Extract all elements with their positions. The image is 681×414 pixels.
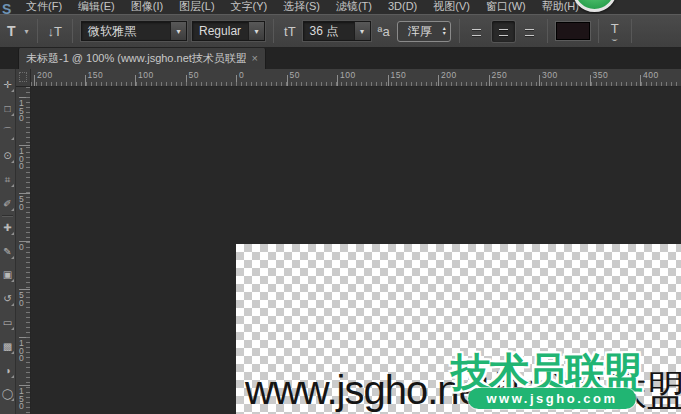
font-style-value: Regular xyxy=(193,24,248,38)
ruler-label: 50 xyxy=(290,70,300,80)
anti-alias-value: 浑厚 xyxy=(402,23,438,40)
ruler-tick xyxy=(186,75,187,86)
gradient-tool[interactable]: ▩ xyxy=(0,338,15,355)
font-size-select[interactable]: 36 点 ▾ xyxy=(303,21,371,41)
text-orientation-icon[interactable]: ↓T xyxy=(46,24,64,39)
align-center-button[interactable] xyxy=(492,21,515,42)
divider xyxy=(72,19,73,43)
close-icon[interactable]: × xyxy=(252,53,258,64)
ruler-label: 200 xyxy=(37,70,53,80)
menu-item[interactable]: 3D(D) xyxy=(380,0,425,14)
ruler-label: 100 xyxy=(138,70,154,80)
align-center-icon xyxy=(496,26,510,36)
vertical-ruler[interactable]: 1 5 01 0 05 005 01 0 01 5 0 xyxy=(16,87,31,414)
menu-item[interactable]: 视图(V) xyxy=(425,0,478,14)
history-brush-tool[interactable]: ↺ xyxy=(0,290,15,307)
canvas-workspace[interactable]: www.jsgho.net技术员联盟 技术员联盟 www.jsgho.com xyxy=(31,87,681,414)
menu-item[interactable]: 图像(I) xyxy=(123,0,171,14)
ruler-label: 250 xyxy=(492,70,508,80)
text-color-swatch[interactable] xyxy=(556,22,590,40)
align-left-icon xyxy=(472,26,486,36)
ruler-label: 0 xyxy=(239,70,244,80)
document-tab-title: 未标题-1 @ 100% (www.jsgho.net技术员联盟, RGB/8)… xyxy=(26,51,246,66)
menu-item[interactable]: 文件(F) xyxy=(18,0,70,14)
ruler-label: 150 xyxy=(391,70,407,80)
ruler-tick xyxy=(287,75,288,86)
anti-alias-select[interactable]: 浑厚 ▴▾ xyxy=(397,21,451,42)
dodge-tool[interactable]: ◯ xyxy=(0,385,15,402)
tools-panel: ✛□⌒⊙⌗✐✚✎▣↺▭▩◑◯ xyxy=(0,48,16,414)
ruler-label: 5 0 xyxy=(19,196,24,211)
document-tab[interactable]: 未标题-1 @ 100% (www.jsgho.net技术员联盟, RGB/8)… xyxy=(18,48,266,69)
chevron-down-icon[interactable]: ▾ xyxy=(248,22,264,40)
paragraph-align-group xyxy=(468,21,539,42)
eraser-tool[interactable]: ▭ xyxy=(0,314,15,331)
ruler-tick xyxy=(85,75,86,86)
font-style-select[interactable]: Regular ▾ xyxy=(192,21,265,41)
font-family-value: 微软雅黑 xyxy=(82,23,170,40)
move-tool[interactable]: ✛ xyxy=(0,76,15,93)
ruler-label: 1 0 0 xyxy=(19,148,24,171)
brush-tool[interactable]: ✎ xyxy=(0,243,15,260)
divider xyxy=(459,19,460,43)
divider xyxy=(598,19,599,43)
align-left-button[interactable] xyxy=(468,21,491,42)
clone-stamp-tool[interactable]: ▣ xyxy=(0,266,15,283)
ruler-tick xyxy=(640,75,641,86)
menu-item[interactable]: 编辑(E) xyxy=(70,0,123,14)
ruler-tick xyxy=(438,75,439,86)
menu-item[interactable]: 文字(Y) xyxy=(223,0,276,14)
watermark-url-pill: www.jsgho.com xyxy=(468,388,636,409)
menu-item[interactable]: 滤镜(T) xyxy=(328,0,380,14)
align-right-button[interactable] xyxy=(516,21,539,42)
ruler-label: 200 xyxy=(441,70,457,80)
ruler-tick xyxy=(539,75,540,86)
ruler-label: 100 xyxy=(340,70,356,80)
ruler-label: 1 5 0 xyxy=(19,388,24,411)
spinner-arrows-icon: ▴▾ xyxy=(443,26,446,36)
ruler-tick xyxy=(590,75,591,86)
warp-text-icon[interactable]: T xyxy=(607,21,623,42)
chevron-down-icon[interactable]: ▾ xyxy=(170,22,186,40)
chevron-down-icon[interactable]: ▾ xyxy=(354,22,370,40)
divider xyxy=(547,19,548,43)
ruler-tick xyxy=(489,75,490,86)
blur-tool[interactable]: ◑ xyxy=(0,362,15,379)
ruler-label: 1 5 0 xyxy=(19,100,24,123)
divider xyxy=(37,19,38,43)
ruler-tick xyxy=(135,75,136,86)
ruler-label: 5 0 xyxy=(19,292,24,307)
menu-item[interactable]: 窗口(W) xyxy=(478,0,534,14)
ruler-label: 300 xyxy=(542,70,558,80)
divider xyxy=(273,19,274,43)
ruler-tick xyxy=(337,75,338,86)
document-tab-bar: 未标题-1 @ 100% (www.jsgho.net技术员联盟, RGB/8)… xyxy=(0,48,681,69)
font-family-select[interactable]: 微软雅黑 ▾ xyxy=(81,21,187,41)
font-size-icon: tT xyxy=(282,24,298,39)
align-right-icon xyxy=(520,26,534,36)
ruler-label: 400 xyxy=(643,70,659,80)
divider xyxy=(631,19,632,43)
lasso-tool[interactable]: ⌒ xyxy=(0,124,15,141)
horizontal-ruler[interactable]: 20015010050050100150200250300350400 xyxy=(31,69,681,87)
ruler-label: 150 xyxy=(88,70,104,80)
anti-alias-icon: ªa xyxy=(376,24,392,39)
ruler-origin-corner[interactable] xyxy=(16,69,31,87)
tool-preset-caret-icon[interactable]: ▾ xyxy=(25,27,29,36)
menu-bar: S 文件(F)编辑(E)图像(I)图层(L)文字(Y)选择(S)滤镜(T)3D(… xyxy=(0,0,681,14)
type-tool-icon[interactable]: T xyxy=(5,23,18,39)
crop-tool[interactable]: ⌗ xyxy=(0,171,15,188)
quick-selection-tool[interactable]: ⊙ xyxy=(0,147,15,164)
menu-item[interactable]: 图层(L) xyxy=(171,0,222,14)
ruler-tick xyxy=(34,75,35,86)
eyedropper-tool[interactable]: ✐ xyxy=(0,195,15,212)
photoshop-logo-icon: S xyxy=(2,2,18,14)
font-size-value: 36 点 xyxy=(304,23,354,40)
ruler-tick xyxy=(388,75,389,86)
rectangular-marquee-tool[interactable]: □ xyxy=(0,100,15,117)
ruler-label: 0 xyxy=(19,244,24,252)
spot-healing-brush-tool[interactable]: ✚ xyxy=(0,219,15,236)
menu-item[interactable]: 选择(S) xyxy=(275,0,328,14)
ruler-tick xyxy=(236,75,237,86)
ruler-label: 350 xyxy=(593,70,609,80)
